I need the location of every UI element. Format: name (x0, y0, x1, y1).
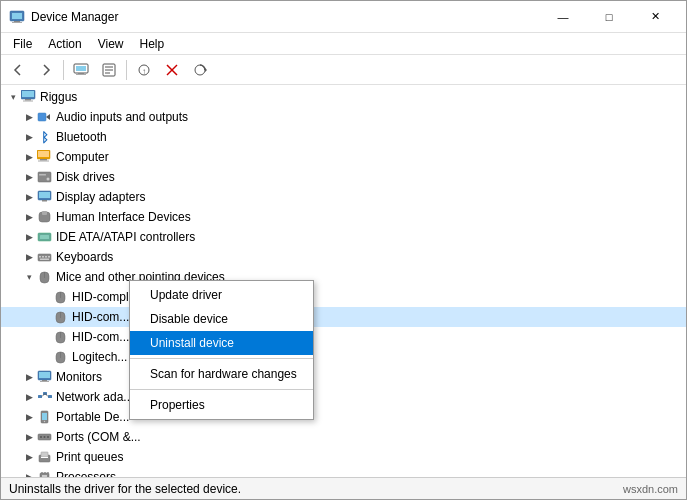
hid-com1-label: HID-com... (72, 310, 129, 324)
mice-icon (37, 269, 53, 285)
logitech-icon (53, 349, 69, 365)
minimize-button[interactable]: — (540, 1, 586, 33)
list-item[interactable]: ▶ Processors (1, 467, 686, 477)
svg-rect-28 (38, 161, 49, 162)
mouse2-icon (53, 309, 69, 325)
ctx-properties[interactable]: Properties (130, 393, 313, 417)
menu-view[interactable]: View (90, 35, 132, 53)
list-item[interactable]: ▶ HID-com... (1, 307, 686, 327)
toolbar-forward[interactable] (33, 58, 59, 82)
status-right: wsxdn.com (623, 483, 678, 495)
svg-rect-42 (45, 256, 47, 258)
svg-rect-44 (40, 259, 49, 261)
device-tree[interactable]: ▾ Riggus ▶ (1, 85, 686, 477)
list-item[interactable]: ▶ Keyboards (1, 247, 686, 267)
svg-rect-7 (76, 74, 86, 75)
list-item[interactable]: ▶ Ports (COM &... (1, 427, 686, 447)
processors-label: Processors (56, 470, 116, 477)
list-item[interactable]: ▶ Display adapters (1, 187, 686, 207)
list-item[interactable]: ▾ Mice and other pointing devices (1, 267, 686, 287)
svg-rect-72 (41, 452, 48, 457)
svg-rect-73 (41, 457, 48, 458)
status-text: Uninstalls the driver for the selected d… (9, 482, 241, 496)
ctx-scan-hardware[interactable]: Scan for hardware changes (130, 362, 313, 386)
svg-rect-61 (48, 395, 52, 398)
mouse-icon (53, 289, 69, 305)
expand-disk[interactable]: ▶ (21, 169, 37, 185)
expand-ide[interactable]: ▶ (21, 229, 37, 245)
expand-portable[interactable]: ▶ (21, 409, 37, 425)
network-icon (37, 389, 53, 405)
expand-audio[interactable]: ▶ (21, 109, 37, 125)
menu-action[interactable]: Action (40, 35, 89, 53)
list-item[interactable]: ▶ Human Interface Devices (1, 207, 686, 227)
disk-label: Disk drives (56, 170, 115, 184)
ctx-sep-2 (130, 389, 313, 390)
list-item[interactable]: ▶ Monitors (1, 367, 686, 387)
expand-root[interactable]: ▾ (5, 89, 21, 105)
svg-rect-20 (25, 99, 31, 101)
toolbar-update-driver[interactable]: ↑ (131, 58, 157, 82)
toolbar-computer[interactable] (68, 58, 94, 82)
svg-rect-43 (48, 256, 50, 258)
print-label: Print queues (56, 450, 123, 464)
ctx-uninstall-device[interactable]: Uninstall device (130, 331, 313, 355)
app-icon (9, 9, 25, 25)
expand-computer[interactable]: ▶ (21, 149, 37, 165)
list-item[interactable]: ▶ HID-compliant mouse (1, 287, 686, 307)
hid-label: Human Interface Devices (56, 210, 191, 224)
tree-root[interactable]: ▾ Riggus (1, 87, 686, 107)
expand-processors[interactable]: ▶ (21, 469, 37, 477)
toolbar-sep-1 (63, 60, 64, 80)
list-item[interactable]: ▶ HID-com... (1, 327, 686, 347)
svg-rect-5 (76, 66, 86, 71)
list-item[interactable]: ▶ ᛒ Bluetooth (1, 127, 686, 147)
list-item[interactable]: ▶ Network ada... (1, 387, 686, 407)
computer-icon (21, 89, 37, 105)
expand-keyboards[interactable]: ▶ (21, 249, 37, 265)
expand-ports[interactable]: ▶ (21, 429, 37, 445)
toolbar-properties[interactable] (96, 58, 122, 82)
close-button[interactable]: ✕ (632, 1, 678, 33)
svg-rect-21 (23, 101, 33, 102)
svg-point-66 (44, 421, 45, 422)
network-label: Network ada... (56, 390, 133, 404)
menu-bar: File Action View Help (1, 33, 686, 55)
maximize-button[interactable]: □ (586, 1, 632, 33)
expand-display[interactable]: ▶ (21, 189, 37, 205)
ctx-disable-device[interactable]: Disable device (130, 307, 313, 331)
expand-monitors[interactable]: ▶ (21, 369, 37, 385)
svg-rect-34 (42, 200, 47, 202)
list-item[interactable]: ▶ IDE ATA/ATAPI controllers (1, 227, 686, 247)
audio-icon (37, 109, 53, 125)
toolbar-scan[interactable] (187, 58, 213, 82)
expand-print[interactable]: ▶ (21, 449, 37, 465)
svg-rect-1 (12, 13, 22, 19)
list-item[interactable]: ▶ Print queues (1, 447, 686, 467)
list-item[interactable]: ▶ Audio inputs and outputs (1, 107, 686, 127)
toolbar-back[interactable] (5, 58, 31, 82)
status-bar: Uninstalls the driver for the selected d… (1, 477, 686, 499)
svg-rect-27 (40, 159, 47, 161)
list-item[interactable]: ▶ Portable De... (1, 407, 686, 427)
menu-file[interactable]: File (5, 35, 40, 53)
svg-text:↑: ↑ (142, 67, 146, 76)
toolbar-uninstall[interactable] (159, 58, 185, 82)
bluetooth-icon: ᛒ (37, 129, 53, 145)
display-label: Display adapters (56, 190, 145, 204)
ctx-update-driver[interactable]: Update driver (130, 283, 313, 307)
expand-hid[interactable]: ▶ (21, 209, 37, 225)
svg-point-30 (47, 178, 50, 181)
menu-help[interactable]: Help (132, 35, 173, 53)
expand-bluetooth[interactable]: ▶ (21, 129, 37, 145)
computer-label: Computer (56, 150, 109, 164)
svg-point-70 (47, 436, 49, 438)
list-item[interactable]: ▶ Logitech... (1, 347, 686, 367)
ide-label: IDE ATA/ATAPI controllers (56, 230, 195, 244)
svg-rect-22 (38, 113, 46, 121)
expand-mice[interactable]: ▾ (21, 269, 37, 285)
expand-network[interactable]: ▶ (21, 389, 37, 405)
list-item[interactable]: ▶ Disk drives (1, 167, 686, 187)
ctx-sep-1 (130, 358, 313, 359)
list-item[interactable]: ▶ Computer (1, 147, 686, 167)
